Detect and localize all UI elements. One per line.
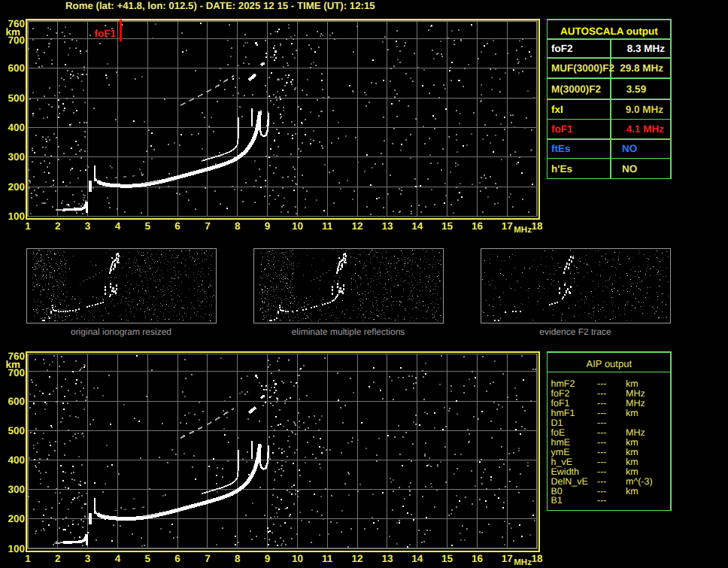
svg-text:ftEs: ftEs	[551, 143, 571, 154]
svg-text:12: 12	[352, 220, 363, 232]
svg-text:ymE: ymE	[551, 447, 570, 457]
svg-text:200: 200	[8, 181, 25, 193]
svg-text:---: ---	[597, 457, 607, 467]
svg-text:DelN_vE: DelN_vE	[551, 476, 588, 487]
svg-text:km: km	[626, 378, 639, 389]
svg-text:B0: B0	[551, 486, 563, 497]
svg-text:18: 18	[531, 553, 543, 564]
svg-text:NO: NO	[622, 163, 637, 175]
svg-text:h_vE: h_vE	[551, 457, 573, 467]
svg-text:14: 14	[411, 553, 423, 564]
svg-text:2: 2	[55, 220, 61, 232]
svg-text:MHz: MHz	[514, 226, 532, 235]
svg-text:8: 8	[235, 220, 241, 232]
svg-text:15: 15	[441, 220, 453, 232]
svg-text:MHz: MHz	[626, 427, 645, 438]
svg-text:km: km	[626, 408, 639, 418]
svg-text:m^(-3): m^(-3)	[626, 476, 653, 487]
svg-text:---: ---	[597, 495, 607, 506]
svg-text:foF1: foF1	[551, 398, 570, 409]
svg-text:5: 5	[145, 553, 151, 564]
svg-text:MHz: MHz	[626, 388, 645, 399]
svg-text:km: km	[5, 26, 20, 38]
svg-text:---: ---	[597, 408, 607, 418]
svg-text:hmE: hmE	[551, 437, 571, 448]
svg-text:3: 3	[85, 220, 91, 232]
svg-text:200: 200	[8, 513, 25, 524]
svg-text:2: 2	[55, 553, 61, 564]
svg-text:100: 100	[8, 543, 25, 554]
svg-text:10: 10	[292, 220, 303, 232]
svg-text:9.0 MHz: 9.0 MHz	[626, 104, 664, 115]
svg-text:15: 15	[441, 553, 453, 564]
svg-text:11: 11	[322, 553, 333, 564]
svg-text:---: ---	[597, 378, 607, 389]
svg-text:300: 300	[8, 484, 25, 495]
svg-text:7: 7	[205, 220, 211, 232]
svg-text:14: 14	[411, 220, 423, 232]
svg-text:evidence F2 trace: evidence F2 trace	[539, 327, 611, 337]
svg-text:10: 10	[292, 553, 303, 564]
svg-text:16: 16	[472, 553, 484, 564]
svg-text:100: 100	[8, 211, 25, 222]
svg-text:---: ---	[597, 486, 607, 497]
svg-text:600: 600	[8, 62, 25, 74]
svg-text:h'Es: h'Es	[551, 163, 572, 175]
svg-text:MHz: MHz	[626, 398, 645, 409]
svg-text:4: 4	[115, 220, 121, 232]
svg-text:hmF1: hmF1	[551, 408, 575, 418]
svg-text:18: 18	[531, 220, 543, 232]
svg-text:hmF2: hmF2	[551, 378, 575, 389]
svg-text:13: 13	[381, 220, 393, 232]
svg-text:7: 7	[205, 553, 211, 564]
svg-text:16: 16	[472, 220, 484, 232]
svg-text:fxI: fxI	[551, 104, 563, 115]
svg-text:km: km	[5, 359, 20, 370]
svg-text:17: 17	[502, 220, 513, 232]
svg-text:---: ---	[597, 427, 607, 438]
svg-text:13: 13	[381, 553, 393, 564]
svg-text:MHz: MHz	[514, 558, 532, 567]
svg-text:400: 400	[8, 122, 25, 133]
svg-text:---: ---	[597, 447, 607, 457]
svg-text:Ewidth: Ewidth	[551, 466, 580, 477]
svg-text:6: 6	[174, 220, 180, 232]
svg-text:---: ---	[597, 437, 607, 448]
svg-text:17: 17	[502, 553, 513, 564]
svg-text:km: km	[626, 486, 639, 497]
svg-text:---: ---	[597, 398, 607, 409]
svg-text:11: 11	[322, 220, 333, 232]
svg-text:km: km	[626, 457, 639, 467]
svg-text:---: ---	[597, 476, 607, 487]
svg-text:Rome (lat: +41.8, lon: 012.5): Rome (lat: +41.8, lon: 012.5) - DATE: 20…	[65, 0, 375, 11]
svg-text:300: 300	[8, 151, 25, 163]
svg-text:foE: foE	[551, 427, 566, 438]
svg-text:8.3 MHz: 8.3 MHz	[627, 43, 666, 54]
svg-text:---: ---	[597, 418, 607, 428]
svg-text:600: 600	[8, 396, 25, 407]
svg-text:400: 400	[8, 454, 25, 466]
svg-text:AUTOSCALA output: AUTOSCALA output	[560, 26, 658, 37]
svg-text:---: ---	[597, 466, 607, 477]
svg-text:eliminate multiple reflections: eliminate multiple reflections	[292, 327, 405, 337]
svg-text:1: 1	[25, 220, 31, 232]
svg-text:6: 6	[174, 553, 180, 564]
svg-text:foF1: foF1	[95, 28, 117, 39]
svg-text:4.1 MHz: 4.1 MHz	[626, 123, 665, 135]
svg-text:---: ---	[597, 388, 607, 399]
svg-text:M(3000)F2: M(3000)F2	[551, 84, 601, 95]
svg-text:4: 4	[115, 553, 121, 564]
svg-text:3: 3	[85, 553, 91, 564]
svg-text:foF2: foF2	[551, 43, 573, 54]
svg-text:original ionogram resized: original ionogram resized	[71, 327, 171, 337]
svg-text:NO: NO	[622, 143, 637, 154]
svg-text:km: km	[626, 437, 639, 448]
svg-text:9: 9	[265, 220, 271, 232]
svg-text:3.59: 3.59	[626, 84, 646, 95]
svg-text:MUF(3000)F2: MUF(3000)F2	[551, 62, 614, 74]
svg-text:5: 5	[145, 220, 151, 232]
svg-text:500: 500	[8, 425, 25, 436]
svg-text:9: 9	[265, 553, 271, 564]
svg-text:1: 1	[25, 553, 31, 564]
svg-text:8: 8	[235, 553, 241, 564]
